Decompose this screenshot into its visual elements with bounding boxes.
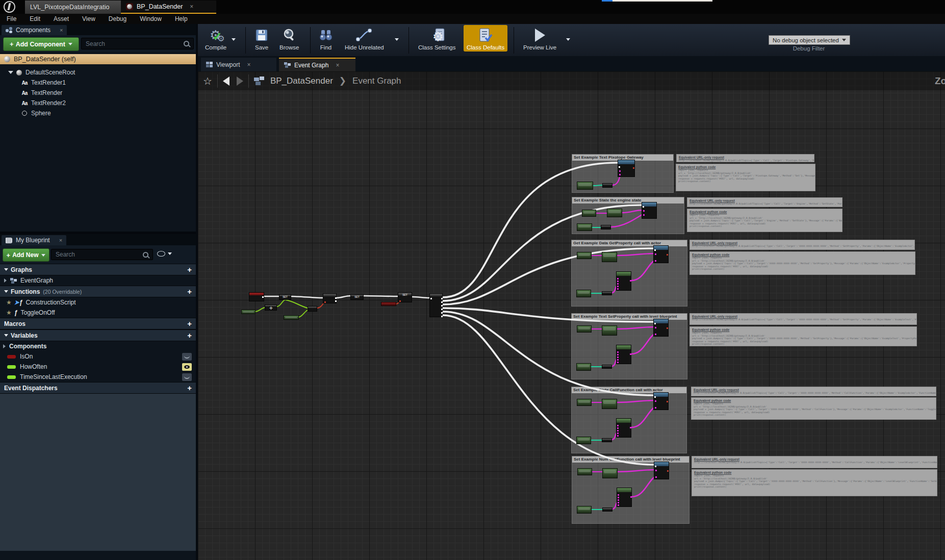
note-py-note-1[interactable]: Equivalent python codeimport json, reque… [676, 164, 815, 191]
close-icon[interactable]: × [247, 61, 250, 68]
close-icon[interactable]: × [59, 237, 62, 243]
browse-button[interactable]: Browse [279, 26, 299, 50]
variable-get-node[interactable] [576, 363, 591, 371]
note-py-note-5[interactable]: Equivalent python codeimport json, reque… [691, 397, 936, 420]
visibility-eye-button[interactable] [182, 373, 192, 381]
list-item[interactable]: EventGraph [0, 275, 196, 286]
add-icon[interactable]: + [187, 384, 192, 392]
class-defaults-button-active[interactable]: Class Defaults [464, 25, 507, 52]
preview-live-chevron[interactable] [566, 38, 570, 41]
preview-live-button[interactable]: Preview Live [523, 26, 556, 50]
note-url-note-3[interactable]: Equivalent URL-only requesthttp://localh… [689, 240, 915, 250]
function-call-node[interactable] [653, 319, 669, 337]
add-new-button[interactable]: + Add New [3, 248, 49, 262]
tree-item-TextRender[interactable]: AaTextRender [0, 88, 196, 98]
close-icon[interactable]: × [60, 27, 63, 33]
add-icon[interactable]: + [187, 265, 192, 274]
make-struct-node[interactable] [616, 345, 631, 364]
branch-node[interactable] [323, 293, 337, 303]
variable-get-node[interactable] [602, 468, 618, 478]
variable-get-node[interactable] [577, 468, 592, 475]
favorite-star-icon[interactable]: ☆ [203, 75, 212, 87]
variable-HowOften[interactable]: HowOften [0, 362, 196, 372]
hide-unrelated-chevron[interactable] [395, 38, 399, 41]
make-struct-node[interactable] [616, 271, 631, 291]
note-py-note-6[interactable]: Equivalent python codeimport json, reque… [692, 469, 937, 496]
variable-get-node[interactable] [607, 209, 622, 217]
add-node[interactable]: ✛ [265, 304, 277, 311]
section-functions[interactable]: Functions(20 Overridable)+ [0, 286, 196, 297]
tree-item-TextRender2[interactable]: AaTextRender2 [0, 98, 196, 108]
expander-icon[interactable] [4, 278, 7, 283]
sequence-node[interactable] [429, 293, 443, 317]
asset-tab-LVL_PixotopeDataIntegratio[interactable]: LVL_PixotopeDataIntegratio [25, 1, 121, 14]
menu-window[interactable]: Window [133, 15, 168, 22]
set-node[interactable]: SET [350, 294, 364, 300]
visibility-eye-button[interactable] [182, 353, 192, 361]
note-url-note-5[interactable]: Equivalent URL-only requesthttp://localh… [691, 387, 936, 396]
find-button[interactable]: Find [318, 26, 334, 50]
conversion-node[interactable] [602, 507, 612, 512]
variable-get-node[interactable] [602, 325, 617, 336]
make-struct-node[interactable] [617, 488, 632, 507]
make-struct-node[interactable] [616, 418, 631, 438]
note-py-note-3[interactable]: Equivalent python codeimport json, reque… [689, 251, 915, 275]
event-node[interactable] [249, 292, 264, 301]
conversion-node[interactable] [602, 291, 612, 295]
component-root-row-selected[interactable]: BP_DataSender (self) [0, 54, 196, 64]
tree-item-DefaultSceneRoot[interactable]: DefaultSceneRoot [0, 67, 196, 78]
components-search-input[interactable]: Search [81, 38, 194, 49]
close-icon[interactable]: × [190, 3, 193, 10]
menu-edit[interactable]: Edit [23, 15, 47, 22]
tree-item-Sphere[interactable]: Sphere [0, 108, 196, 118]
list-item[interactable]: ★➤ƒConstructionScript [0, 297, 196, 308]
variable-get-node[interactable] [577, 223, 592, 231]
tab-my-blueprint[interactable]: My Blueprint × [2, 235, 66, 245]
menu-help[interactable]: Help [168, 15, 194, 22]
section-macros[interactable]: Macros+ [0, 318, 196, 329]
note-url-note-1[interactable]: Equivalent URL-only requesthttp://localh… [676, 154, 814, 162]
variable-get-node[interactable] [284, 315, 299, 320]
variable-get-node[interactable] [602, 252, 617, 262]
visibility-filter-button[interactable] [157, 251, 172, 257]
variable-get-node[interactable] [577, 182, 593, 190]
conversion-node[interactable] [601, 225, 611, 230]
back-arrow-icon[interactable] [223, 77, 229, 86]
variable-get-node[interactable] [576, 437, 591, 444]
compile-options-chevron[interactable] [232, 38, 236, 41]
variable-get-node[interactable] [602, 399, 617, 409]
menu-asset[interactable]: Asset [47, 15, 75, 22]
variable-get-node[interactable] [577, 399, 592, 406]
add-icon[interactable]: + [187, 287, 192, 296]
tree-item-TextRender1[interactable]: AaTextRender1 [0, 78, 196, 88]
compare-node[interactable] [308, 306, 317, 312]
add-icon[interactable]: + [187, 331, 192, 340]
set-node[interactable]: SET [279, 294, 291, 300]
variable-get-node[interactable] [577, 325, 592, 333]
variable-get-node-red[interactable] [381, 302, 396, 306]
debug-object-dropdown[interactable]: No debug object selected [769, 35, 850, 45]
function-call-node[interactable] [653, 392, 669, 410]
function-call-node[interactable] [642, 202, 657, 219]
set-node[interactable]: SET [398, 292, 412, 302]
class-settings-button[interactable]: ⚙ Class Settings [418, 26, 456, 50]
variable-get-node[interactable] [577, 506, 592, 514]
add-component-button[interactable]: + Add Component [3, 37, 79, 51]
variable-TimeSinceLastExecution[interactable]: TimeSinceLastExecution [0, 372, 196, 382]
conversion-node[interactable] [602, 365, 612, 369]
variable-get-node[interactable] [582, 210, 596, 217]
hide-unrelated-button[interactable]: Hide Unrelated [345, 26, 384, 50]
function-call-node[interactable] [618, 160, 635, 177]
menu-view[interactable]: View [75, 15, 102, 22]
breadcrumb-root[interactable]: BP_DataSender [270, 76, 333, 86]
note-url-note-6[interactable]: Equivalent URL-only requesthttp://localh… [692, 456, 937, 468]
variable-IsOn[interactable]: IsOn [0, 351, 196, 362]
forward-arrow-icon[interactable] [237, 77, 243, 86]
add-icon[interactable]: + [187, 319, 192, 328]
menu-debug[interactable]: Debug [102, 15, 133, 22]
note-url-note-4[interactable]: Equivalent URL-only requesthttp://localh… [689, 313, 917, 325]
list-item[interactable]: Components [0, 341, 196, 351]
expander-icon[interactable] [8, 71, 13, 74]
variable-get-node[interactable] [241, 310, 256, 314]
compile-button[interactable]: ⚙⚙ ✓ Compile [205, 26, 226, 50]
